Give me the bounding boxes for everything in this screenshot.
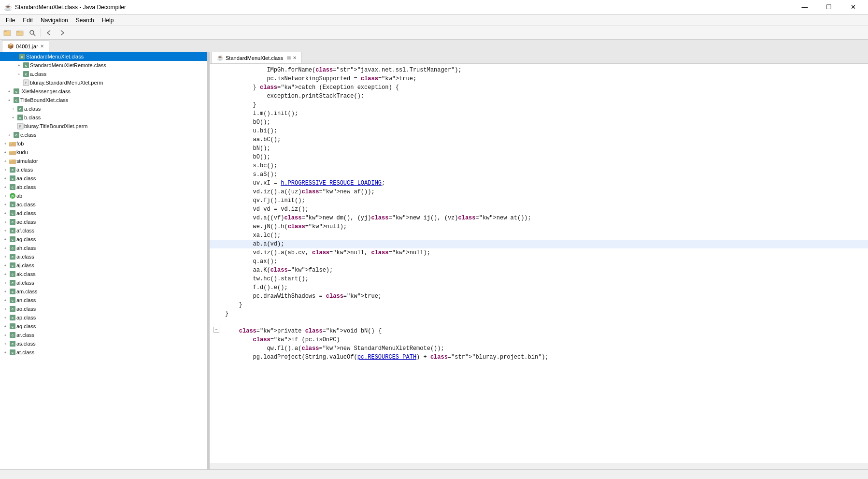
tree-item[interactable]: +c aq.class xyxy=(0,322,207,331)
tree-expand-icon[interactable]: + xyxy=(2,246,9,250)
tree-item[interactable]: +c ap.class xyxy=(0,313,207,322)
menu-file[interactable]: File xyxy=(2,16,19,25)
tree-item[interactable]: +c ae.class xyxy=(0,218,207,226)
tree-expand-icon[interactable]: + xyxy=(2,150,9,155)
tree-expand-icon[interactable]: + xyxy=(2,342,9,346)
tree-expand-icon[interactable]: + xyxy=(2,298,9,303)
tree-expand-icon[interactable]: + xyxy=(15,63,22,68)
tree-item[interactable]: +c aa.class xyxy=(0,174,207,183)
tree-item[interactable]: +p ab xyxy=(0,191,207,200)
tree-expand-icon[interactable]: + xyxy=(2,220,9,224)
tree-item[interactable]: +c ao.class xyxy=(0,305,207,313)
file-tree[interactable]: +c StandardMenuXlet.class+c StandardMenu… xyxy=(0,52,208,469)
tree-item-icon: c xyxy=(9,288,16,295)
forward-button[interactable] xyxy=(57,28,67,38)
tree-item-icon: c xyxy=(9,253,16,260)
minimize-button[interactable]: — xyxy=(794,2,816,13)
tree-item[interactable]: +c as.class xyxy=(0,339,207,348)
tree-item[interactable]: +c a.class xyxy=(0,165,207,174)
jar-tab-close[interactable]: ✕ xyxy=(40,44,44,49)
code-horizontal-scrollbar[interactable] xyxy=(210,464,868,469)
open-folder-button[interactable] xyxy=(14,28,25,38)
menu-help[interactable]: Help xyxy=(98,16,118,25)
tree-expand-icon[interactable]: + xyxy=(2,307,9,311)
tree-expand-icon[interactable]: + xyxy=(15,72,22,76)
tree-item[interactable]: +c ai.class xyxy=(0,252,207,261)
tree-expand-icon[interactable]: + xyxy=(2,185,9,189)
close-button[interactable]: ✕ xyxy=(842,2,864,13)
tree-item[interactable]: +c ah.class xyxy=(0,244,207,252)
tree-expand-icon[interactable]: + xyxy=(6,133,13,137)
menu-edit[interactable]: Edit xyxy=(19,16,37,25)
tree-expand-icon[interactable]: + xyxy=(2,272,9,276)
search-toolbar-button[interactable] xyxy=(27,28,38,38)
tree-item[interactable]: +c ar.class xyxy=(0,331,207,339)
tree-expand-icon[interactable]: + xyxy=(2,229,9,233)
tree-item-label: bluray.StandardMenuXlet.perm xyxy=(30,80,103,86)
tree-expand-icon[interactable]: + xyxy=(2,263,9,268)
tree-item[interactable]: P bluray.TitleBoundXlet.perm xyxy=(0,122,207,131)
tree-item[interactable]: + simulator xyxy=(0,157,207,165)
code-line: l.m().init(); xyxy=(210,109,868,118)
tree-item[interactable]: +c a.class xyxy=(0,70,207,78)
tree-item[interactable]: +c an.class xyxy=(0,296,207,305)
tree-item-label: at.class xyxy=(16,349,34,355)
code-text: s.bc(); xyxy=(221,161,277,170)
tree-expand-icon[interactable]: + xyxy=(2,194,9,198)
tree-expand-icon[interactable]: + xyxy=(2,316,9,320)
tree-item[interactable]: +c aj.class xyxy=(0,261,207,270)
tree-expand-icon[interactable]: + xyxy=(12,55,18,59)
tree-item-label: ah.class xyxy=(16,245,36,251)
menu-navigation[interactable]: Navigation xyxy=(37,16,72,25)
code-tab-icon: ☕ xyxy=(217,55,224,61)
code-tab-close[interactable]: ✕ xyxy=(293,55,297,60)
tree-item[interactable]: +c StandardMenuXlet.class xyxy=(0,52,207,61)
tree-expand-icon[interactable]: + xyxy=(10,107,16,111)
tree-item[interactable]: +c ak.class xyxy=(0,270,207,278)
tree-item[interactable]: +c ab.class xyxy=(0,183,207,191)
tree-expand-icon[interactable]: + xyxy=(2,350,9,355)
svg-text:c: c xyxy=(19,107,22,111)
tree-item[interactable]: +c a.class xyxy=(0,104,207,113)
tree-expand-icon[interactable]: + xyxy=(2,255,9,259)
code-line xyxy=(210,318,868,327)
code-editor[interactable]: IMpGh.forName(class="str">"javax.net.ssl… xyxy=(210,64,868,464)
tree-expand-icon[interactable]: + xyxy=(2,168,9,172)
tree-expand-icon[interactable]: + xyxy=(2,333,9,337)
tree-item[interactable]: +c al.class xyxy=(0,278,207,287)
maximize-button[interactable]: ☐ xyxy=(818,2,840,13)
tree-item[interactable]: +c IXletMessenger.class xyxy=(0,87,207,96)
open-file-button[interactable] xyxy=(2,28,13,38)
tree-expand-icon[interactable]: + xyxy=(2,203,9,207)
tree-expand-icon[interactable]: + xyxy=(6,98,13,102)
tree-item[interactable]: +c ad.class xyxy=(0,209,207,218)
tree-item[interactable]: +c at.class xyxy=(0,348,207,357)
tree-item[interactable]: +c c.class xyxy=(0,131,207,139)
tree-expand-icon[interactable]: + xyxy=(2,142,9,146)
tree-expand-icon[interactable]: + xyxy=(2,211,9,216)
tree-item[interactable]: +c ac.class xyxy=(0,200,207,209)
tree-item[interactable]: + fob xyxy=(0,139,207,148)
tree-item[interactable]: +c ag.class xyxy=(0,235,207,244)
tree-item-icon xyxy=(9,149,16,156)
tree-item[interactable]: +c af.class xyxy=(0,226,207,235)
back-button[interactable] xyxy=(44,28,55,38)
tree-expand-icon[interactable]: + xyxy=(2,281,9,285)
tree-item[interactable]: +c TitleBoundXlet.class xyxy=(0,96,207,104)
collapse-button[interactable]: − xyxy=(213,327,219,333)
tree-expand-icon[interactable]: + xyxy=(2,237,9,242)
jar-tab[interactable]: 📦 04001.jar ✕ xyxy=(2,40,49,52)
tree-expand-icon[interactable]: + xyxy=(10,116,16,120)
code-tab[interactable]: ☕ StandardMenuXlet.class ⊠ ✕ xyxy=(212,52,302,63)
tree-expand-icon[interactable]: + xyxy=(2,290,9,294)
tree-expand-icon[interactable]: + xyxy=(6,89,13,94)
tree-item[interactable]: P bluray.StandardMenuXlet.perm xyxy=(0,78,207,87)
tree-expand-icon[interactable]: + xyxy=(2,176,9,181)
menu-search[interactable]: Search xyxy=(72,16,98,25)
tree-expand-icon[interactable]: + xyxy=(2,324,9,329)
tree-item[interactable]: +c am.class xyxy=(0,287,207,296)
tree-expand-icon[interactable]: + xyxy=(2,159,9,163)
tree-item[interactable]: +c b.class xyxy=(0,113,207,122)
tree-item[interactable]: + kudu xyxy=(0,148,207,157)
tree-item[interactable]: +c StandardMenuXletRemote.class xyxy=(0,61,207,70)
